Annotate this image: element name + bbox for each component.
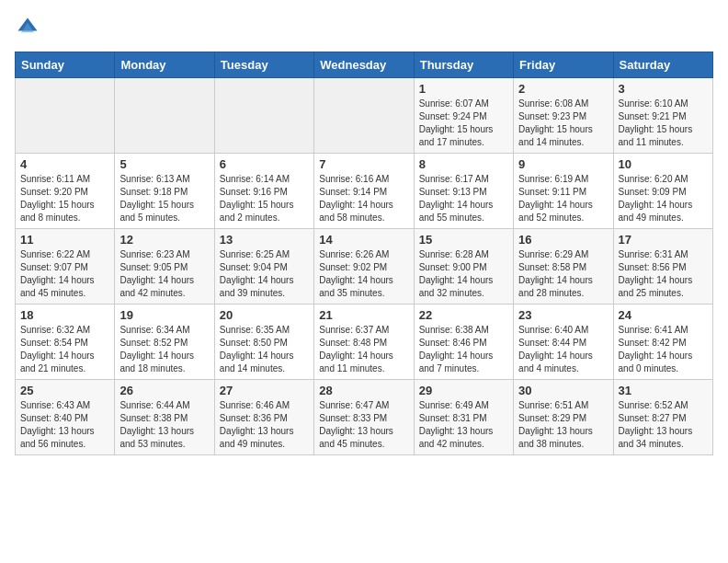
day-info: Sunrise: 6:20 AM Sunset: 9:09 PM Dayligh… — [619, 173, 708, 224]
day-number: 14 — [319, 233, 408, 247]
logo-icon — [15, 15, 40, 40]
day-number: 18 — [20, 308, 109, 322]
day-info: Sunrise: 6:41 AM Sunset: 8:42 PM Dayligh… — [619, 324, 708, 375]
calendar-cell: 3Sunrise: 6:10 AM Sunset: 9:21 PM Daylig… — [613, 78, 712, 154]
page-header — [15, 15, 713, 40]
calendar-cell: 18Sunrise: 6:32 AM Sunset: 8:54 PM Dayli… — [16, 304, 115, 380]
calendar-table: SundayMondayTuesdayWednesdayThursdayFrid… — [15, 52, 713, 455]
day-number: 2 — [518, 82, 608, 96]
logo — [15, 15, 44, 40]
day-info: Sunrise: 6:52 AM Sunset: 8:27 PM Dayligh… — [619, 399, 708, 451]
weekday-header: Tuesday — [214, 52, 313, 78]
day-number: 6 — [220, 157, 309, 171]
day-info: Sunrise: 6:38 AM Sunset: 8:46 PM Dayligh… — [419, 324, 508, 375]
calendar-cell: 29Sunrise: 6:49 AM Sunset: 8:31 PM Dayli… — [414, 380, 513, 455]
weekday-header: Monday — [115, 52, 214, 78]
calendar-cell — [115, 78, 214, 154]
day-number: 31 — [619, 384, 708, 397]
day-number: 4 — [20, 157, 109, 171]
calendar-week-row: 18Sunrise: 6:32 AM Sunset: 8:54 PM Dayli… — [16, 304, 713, 380]
calendar-cell: 12Sunrise: 6:23 AM Sunset: 9:05 PM Dayli… — [115, 229, 214, 304]
day-number: 17 — [619, 233, 708, 247]
calendar-cell: 8Sunrise: 6:17 AM Sunset: 9:13 PM Daylig… — [414, 154, 513, 229]
calendar-cell: 31Sunrise: 6:52 AM Sunset: 8:27 PM Dayli… — [613, 380, 712, 455]
calendar-cell: 5Sunrise: 6:13 AM Sunset: 9:18 PM Daylig… — [115, 154, 214, 229]
day-info: Sunrise: 6:26 AM Sunset: 9:02 PM Dayligh… — [319, 248, 408, 300]
day-number: 30 — [518, 384, 608, 397]
calendar-week-row: 25Sunrise: 6:43 AM Sunset: 8:40 PM Dayli… — [16, 380, 713, 455]
day-info: Sunrise: 6:37 AM Sunset: 8:48 PM Dayligh… — [319, 324, 408, 375]
day-number: 9 — [518, 157, 608, 171]
day-number: 13 — [220, 233, 309, 247]
calendar-cell: 11Sunrise: 6:22 AM Sunset: 9:07 PM Dayli… — [16, 229, 115, 304]
calendar-cell: 16Sunrise: 6:29 AM Sunset: 8:58 PM Dayli… — [514, 229, 613, 304]
calendar-cell: 30Sunrise: 6:51 AM Sunset: 8:29 PM Dayli… — [514, 380, 613, 455]
calendar-cell: 22Sunrise: 6:38 AM Sunset: 8:46 PM Dayli… — [414, 304, 513, 380]
day-number: 8 — [419, 157, 508, 171]
day-number: 10 — [619, 157, 708, 171]
day-info: Sunrise: 6:31 AM Sunset: 8:56 PM Dayligh… — [619, 248, 708, 300]
day-info: Sunrise: 6:11 AM Sunset: 9:20 PM Dayligh… — [20, 173, 109, 224]
day-number: 3 — [619, 82, 708, 96]
day-info: Sunrise: 6:25 AM Sunset: 9:04 PM Dayligh… — [220, 248, 309, 300]
day-info: Sunrise: 6:13 AM Sunset: 9:18 PM Dayligh… — [119, 173, 209, 224]
calendar-cell: 1Sunrise: 6:07 AM Sunset: 9:24 PM Daylig… — [414, 78, 513, 154]
day-number: 22 — [419, 308, 508, 322]
day-number: 27 — [220, 384, 309, 397]
calendar-cell: 9Sunrise: 6:19 AM Sunset: 9:11 PM Daylig… — [514, 154, 613, 229]
day-info: Sunrise: 6:28 AM Sunset: 9:00 PM Dayligh… — [419, 248, 508, 300]
day-number: 21 — [319, 308, 408, 322]
day-number: 28 — [319, 384, 408, 397]
day-number: 20 — [220, 308, 309, 322]
calendar-cell: 10Sunrise: 6:20 AM Sunset: 9:09 PM Dayli… — [613, 154, 712, 229]
calendar-cell: 14Sunrise: 6:26 AM Sunset: 9:02 PM Dayli… — [314, 229, 414, 304]
day-info: Sunrise: 6:49 AM Sunset: 8:31 PM Dayligh… — [419, 399, 508, 451]
weekday-header: Friday — [514, 52, 613, 78]
day-number: 24 — [619, 308, 708, 322]
day-info: Sunrise: 6:14 AM Sunset: 9:16 PM Dayligh… — [220, 173, 309, 224]
day-info: Sunrise: 6:07 AM Sunset: 9:24 PM Dayligh… — [419, 98, 508, 149]
calendar-cell: 27Sunrise: 6:46 AM Sunset: 8:36 PM Dayli… — [214, 380, 313, 455]
calendar-cell: 7Sunrise: 6:16 AM Sunset: 9:14 PM Daylig… — [314, 154, 414, 229]
day-number: 16 — [518, 233, 608, 247]
day-info: Sunrise: 6:10 AM Sunset: 9:21 PM Dayligh… — [619, 98, 708, 149]
day-number: 23 — [518, 308, 608, 322]
calendar-cell — [314, 78, 414, 154]
calendar-week-row: 11Sunrise: 6:22 AM Sunset: 9:07 PM Dayli… — [16, 229, 713, 304]
day-number: 19 — [119, 308, 209, 322]
day-number: 15 — [419, 233, 508, 247]
day-info: Sunrise: 6:08 AM Sunset: 9:23 PM Dayligh… — [518, 98, 608, 149]
calendar-cell: 4Sunrise: 6:11 AM Sunset: 9:20 PM Daylig… — [16, 154, 115, 229]
day-number: 1 — [419, 82, 508, 96]
day-info: Sunrise: 6:16 AM Sunset: 9:14 PM Dayligh… — [319, 173, 408, 224]
day-info: Sunrise: 6:17 AM Sunset: 9:13 PM Dayligh… — [419, 173, 508, 224]
weekday-header: Wednesday — [314, 52, 414, 78]
day-info: Sunrise: 6:51 AM Sunset: 8:29 PM Dayligh… — [518, 399, 608, 451]
day-info: Sunrise: 6:43 AM Sunset: 8:40 PM Dayligh… — [20, 399, 109, 451]
calendar-cell: 24Sunrise: 6:41 AM Sunset: 8:42 PM Dayli… — [613, 304, 712, 380]
calendar-cell: 15Sunrise: 6:28 AM Sunset: 9:00 PM Dayli… — [414, 229, 513, 304]
weekday-header-row: SundayMondayTuesdayWednesdayThursdayFrid… — [16, 52, 713, 78]
calendar-cell: 21Sunrise: 6:37 AM Sunset: 8:48 PM Dayli… — [314, 304, 414, 380]
calendar-week-row: 4Sunrise: 6:11 AM Sunset: 9:20 PM Daylig… — [16, 154, 713, 229]
calendar-cell: 2Sunrise: 6:08 AM Sunset: 9:23 PM Daylig… — [514, 78, 613, 154]
calendar-cell: 19Sunrise: 6:34 AM Sunset: 8:52 PM Dayli… — [115, 304, 214, 380]
day-number: 29 — [419, 384, 508, 397]
calendar-cell: 25Sunrise: 6:43 AM Sunset: 8:40 PM Dayli… — [16, 380, 115, 455]
calendar-cell: 28Sunrise: 6:47 AM Sunset: 8:33 PM Dayli… — [314, 380, 414, 455]
day-info: Sunrise: 6:40 AM Sunset: 8:44 PM Dayligh… — [518, 324, 608, 375]
day-info: Sunrise: 6:34 AM Sunset: 8:52 PM Dayligh… — [119, 324, 209, 375]
day-number: 5 — [119, 157, 209, 171]
calendar-cell: 26Sunrise: 6:44 AM Sunset: 8:38 PM Dayli… — [115, 380, 214, 455]
day-info: Sunrise: 6:19 AM Sunset: 9:11 PM Dayligh… — [518, 173, 608, 224]
day-info: Sunrise: 6:32 AM Sunset: 8:54 PM Dayligh… — [20, 324, 109, 375]
day-info: Sunrise: 6:23 AM Sunset: 9:05 PM Dayligh… — [119, 248, 209, 300]
day-info: Sunrise: 6:46 AM Sunset: 8:36 PM Dayligh… — [220, 399, 309, 451]
day-number: 12 — [119, 233, 209, 247]
day-info: Sunrise: 6:44 AM Sunset: 8:38 PM Dayligh… — [119, 399, 209, 451]
day-info: Sunrise: 6:22 AM Sunset: 9:07 PM Dayligh… — [20, 248, 109, 300]
weekday-header: Saturday — [613, 52, 712, 78]
calendar-cell: 17Sunrise: 6:31 AM Sunset: 8:56 PM Dayli… — [613, 229, 712, 304]
calendar-cell: 6Sunrise: 6:14 AM Sunset: 9:16 PM Daylig… — [214, 154, 313, 229]
calendar-cell: 13Sunrise: 6:25 AM Sunset: 9:04 PM Dayli… — [214, 229, 313, 304]
